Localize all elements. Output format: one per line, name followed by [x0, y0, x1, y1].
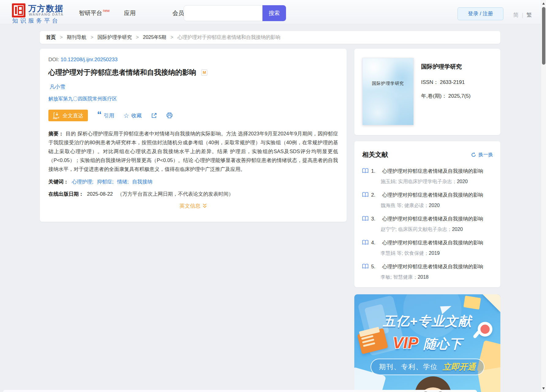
print-button[interactable] — [166, 112, 173, 119]
search-input[interactable] — [184, 5, 263, 21]
keywords-row: 关键词： 心理护理; 抑郁症; 情绪; 自我接纳 — [48, 179, 338, 185]
ad-cta-button[interactable]: 立即开通 — [443, 361, 476, 372]
nav-membership[interactable]: 会员 — [172, 9, 184, 17]
related-item-meta: 施玉娟; 实用临床护理学电子杂志；2020 — [381, 179, 493, 185]
breadcrumb-issue[interactable]: 2025年5期 — [143, 35, 167, 40]
scrollbar-up-arrow[interactable] — [542, 2, 545, 5]
keyword-link[interactable]: 自我接纳 — [132, 179, 153, 184]
journal-cover[interactable]: 国际护理学研究 — [362, 58, 414, 125]
ad-pill: 期刊、专利、学位 立即开通 — [371, 359, 484, 375]
issn-value: 2633-2191 — [440, 79, 465, 85]
related-item-title-row[interactable]: 3. 心理护理对抑郁症患者情绪及自我接纳的影响 — [362, 215, 493, 223]
star-icon: ☆ — [123, 112, 129, 119]
related-item-title-row[interactable]: 5. 心理护理对抑郁症患者情绪及自我接纳的影响 — [362, 263, 493, 271]
favorite-button[interactable]: ☆ 收藏 — [123, 112, 142, 119]
doi-row: DOI: 10.12208/j.ijnr.20250233 — [48, 57, 338, 63]
related-item-number: 3. — [371, 215, 379, 222]
journal-cover-title: 国际护理学研究 — [363, 81, 413, 86]
related-documents-card: 相关文献 换一换 1. 心理护理对抑郁症患者情绪及自我接纳的影响 施玉娟; 实用… — [354, 141, 500, 287]
english-info-toggle[interactable]: 英文信息 — [180, 202, 207, 209]
abstract-paragraph: 摘要：目的 探析心理护理应用于抑郁症患者中对情绪与自我接纳的实际影响。方法 选择… — [48, 129, 338, 174]
breadcrumb-journal-nav[interactable]: 期刊导航 — [67, 35, 86, 40]
issn-label: ISSN： — [421, 79, 439, 85]
related-item-title-row[interactable]: 4. 心理护理对抑郁症患者情绪及自我接纳的影响 — [362, 239, 493, 247]
related-item-number: 5. — [371, 263, 379, 270]
book-icon — [362, 264, 368, 271]
scrollbar-thumb[interactable] — [542, 7, 545, 65]
ad-subheadline: VIP 随心下 — [354, 334, 500, 352]
cite-button[interactable]: “ 引用 — [97, 112, 114, 119]
nav-zhiyan-platform[interactable]: 智研平台new — [79, 9, 110, 17]
volume-label: 年,卷(期)： — [421, 93, 447, 99]
ad-decoration-note — [463, 296, 481, 310]
keyword-link[interactable]: 情绪 — [117, 179, 127, 184]
related-item-number: 4. — [371, 239, 379, 246]
keyword-link[interactable]: 抑郁症 — [97, 179, 112, 184]
related-item-title[interactable]: 心理护理对抑郁症患者情绪及自我接纳的影响 — [382, 239, 483, 246]
journal-name-link[interactable]: 国际护理学研究 — [421, 63, 471, 71]
login-register-button[interactable]: 登录 / 注册 — [458, 7, 503, 20]
breadcrumb-separator: > — [171, 35, 173, 40]
related-item-title-row[interactable]: 1. 心理护理对抑郁症患者情绪及自我接纳的影响 — [362, 168, 493, 175]
related-header: 相关文献 换一换 — [362, 150, 493, 159]
quote-icon: “ — [97, 113, 102, 118]
brand-name-en: WANFANG DATA — [29, 13, 64, 16]
doi-label: DOI: — [48, 57, 59, 62]
related-item-title[interactable]: 心理护理对抑郁症患者情绪及自我接纳的影响 — [382, 168, 483, 175]
ad-headline: 五亿+专业文献 — [354, 313, 500, 330]
affiliation-link[interactable]: 解放军第九〇四医院常州医疗区 — [48, 96, 117, 101]
ad-vip-rest-text: 随心下 — [424, 337, 462, 351]
fulltext-button[interactable]: free 全文直达 — [48, 110, 88, 121]
nav-applications[interactable]: 应用 — [124, 9, 136, 17]
related-item-title[interactable]: 心理护理对抑郁症患者情绪及自我接纳的影响 — [382, 191, 483, 198]
refresh-related-button[interactable]: 换一换 — [471, 152, 493, 158]
page-scrollbar[interactable] — [541, 0, 546, 392]
lang-simplified[interactable]: 简 — [513, 11, 519, 19]
related-item-number: 1. — [371, 168, 379, 175]
keyword-link[interactable]: 心理护理 — [72, 179, 92, 184]
journal-info-card: 国际护理学研究 国际护理学研究 ISSN： 2633-2191 年,卷(期)： … — [354, 49, 500, 135]
pubdate-note: （万方平台首次上网日期，不代表论文的发表时间） — [117, 191, 234, 197]
breadcrumb-home[interactable]: 首页 — [46, 35, 56, 40]
double-chevron-down-icon — [202, 203, 207, 209]
related-item-year: 2018 — [418, 274, 429, 280]
printer-icon — [166, 112, 173, 119]
journal-volume-row: 年,卷(期)： 2025,7(5) — [421, 92, 471, 100]
search-button[interactable]: 搜索 — [262, 5, 286, 21]
english-info-row: 英文信息 — [48, 202, 338, 209]
fulltext-download-icon: free — [53, 112, 60, 119]
related-item: 1. 心理护理对抑郁症患者情绪及自我接纳的影响 施玉娟; 实用临床护理学电子杂志… — [362, 168, 493, 185]
related-item-year: 2020 — [457, 179, 468, 184]
new-badge: new — [103, 9, 110, 13]
vip-promo-banner[interactable]: 五亿+专业文献 VIP 随心下 期刊、专利、学位 立即开通 — [354, 294, 500, 392]
brand-subtitle: 知识服务平台 — [12, 17, 60, 25]
footer-strip — [3, 390, 477, 392]
breadcrumb: 首页 > 期刊导航 > 国际护理学研究 > 2025年5期 > 心理护理对于抑郁… — [40, 31, 500, 44]
journal-issn-row: ISSN： 2633-2191 — [421, 79, 471, 86]
related-item-meta: 赵宁宁; 临床医药文献电子杂志；2020 — [381, 226, 493, 233]
lang-divider: | — [522, 12, 523, 18]
ad-vip-text: VIP — [393, 334, 418, 352]
doi-link[interactable]: 10.12208/j.ijnr.20250233 — [61, 57, 118, 62]
breadcrumb-journal[interactable]: 国际护理学研究 — [98, 35, 132, 40]
language-toggle: 简 | 繁 — [513, 11, 532, 19]
author-row: 凡小雪 — [50, 83, 338, 90]
related-item: 5. 心理护理对抑郁症患者情绪及自我接纳的影响 李敏; 智慧健康；2018 — [362, 263, 493, 281]
scrollbar-down-arrow[interactable] — [542, 387, 545, 390]
related-item-title[interactable]: 心理护理对抑郁症患者情绪及自我接纳的影响 — [382, 215, 483, 222]
medical-badge: M — [201, 70, 207, 76]
page-title: 心理护理对于抑郁症患者情绪和自我接纳的影响 — [48, 68, 196, 76]
lang-traditional[interactable]: 繁 — [526, 11, 532, 19]
free-tag: free — [53, 117, 57, 120]
related-item-meta: 李慧娟 等; 饮食保健；2019 — [381, 250, 493, 257]
related-item-title-row[interactable]: 2. 心理护理对抑郁症患者情绪及自我接纳的影响 — [362, 191, 493, 199]
author-link[interactable]: 凡小雪 — [50, 84, 65, 90]
related-item-title[interactable]: 心理护理对抑郁症患者情绪及自我接纳的影响 — [382, 263, 483, 270]
related-item-number: 2. — [371, 191, 379, 198]
related-title: 相关文献 — [362, 150, 388, 159]
related-item-meta: 魏海燕 等; 健康必读；2020 — [381, 202, 493, 209]
journal-info: 国际护理学研究 ISSN： 2633-2191 年,卷(期)： 2025,7(5… — [414, 58, 471, 126]
share-button[interactable] — [151, 112, 157, 119]
related-item-year: 2019 — [429, 251, 440, 256]
keyword-separator: ; — [112, 179, 114, 184]
